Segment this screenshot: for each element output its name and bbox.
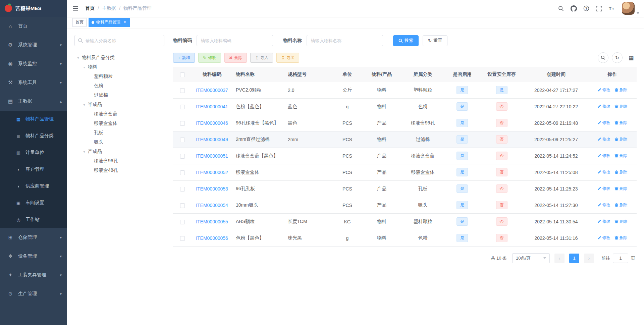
- sidebar-item-customer-management[interactable]: ◗客户管理: [0, 161, 67, 178]
- page-size-select[interactable]: 10条/页: [512, 253, 550, 263]
- tree-node[interactable]: 移液盒48孔: [74, 166, 164, 175]
- tree-node[interactable]: 孔板: [74, 128, 164, 138]
- prev-page-button[interactable]: ‹: [554, 254, 565, 263]
- delete-link[interactable]: 删除: [614, 153, 628, 159]
- sidebar-item-system-tools[interactable]: ⚒系统工具▾: [0, 73, 67, 92]
- row-checkbox[interactable]: [180, 88, 185, 93]
- row-checkbox[interactable]: [180, 121, 185, 126]
- goto-page-input[interactable]: [613, 254, 628, 263]
- tree-node[interactable]: 移液盒盒盖: [74, 109, 164, 119]
- tag-material-product-management[interactable]: 物料产品管理×: [89, 18, 130, 27]
- select-all-checkbox[interactable]: [173, 67, 192, 82]
- checkbox[interactable]: [180, 72, 185, 77]
- delete-link[interactable]: 删除: [614, 104, 628, 109]
- sidebar-item-supplier-management[interactable]: ◖供应商管理: [0, 178, 67, 195]
- edit-link[interactable]: 修改: [597, 219, 610, 224]
- edit-link[interactable]: 修改: [597, 104, 610, 109]
- tag-home[interactable]: 首页: [72, 18, 87, 27]
- breadcrumb-item[interactable]: 首页: [85, 5, 95, 11]
- delete-button[interactable]: ✖ 删除: [224, 53, 247, 63]
- tree-node[interactable]: ▾半成品: [74, 100, 164, 109]
- delete-link[interactable]: 删除: [614, 137, 628, 142]
- delete-link[interactable]: 删除: [614, 186, 628, 192]
- material-name-input[interactable]: [307, 35, 383, 46]
- edit-button[interactable]: ✎ 修改: [198, 53, 221, 63]
- edit-link[interactable]: 修改: [597, 137, 610, 142]
- close-icon[interactable]: ×: [122, 20, 127, 25]
- edit-link[interactable]: 修改: [597, 186, 610, 192]
- help-icon[interactable]: ?: [580, 0, 592, 17]
- item-code-link[interactable]: ITEM00000037: [196, 88, 228, 93]
- item-code-link[interactable]: ITEM00000056: [196, 235, 228, 241]
- delete-link[interactable]: 删除: [614, 87, 628, 93]
- sidebar-item-material-product-management[interactable]: ▦物料产品管理: [0, 111, 67, 127]
- reset-button[interactable]: ↻ 重置: [423, 35, 447, 46]
- search-icon[interactable]: [555, 0, 567, 17]
- item-code-link[interactable]: ITEM00000051: [196, 153, 228, 159]
- sidebar-item-measurement-unit[interactable]: ▥计量单位: [0, 144, 67, 161]
- category-search-input[interactable]: [74, 35, 164, 46]
- item-code-link[interactable]: ITEM00000055: [196, 219, 228, 224]
- sidebar-item-workstation[interactable]: ◎工作站: [0, 211, 67, 228]
- row-checkbox[interactable]: [180, 105, 185, 109]
- row-checkbox[interactable]: [180, 154, 185, 159]
- sidebar-item-master-data[interactable]: ▤主数据▴: [0, 92, 67, 111]
- page-number-button[interactable]: 1: [569, 254, 579, 263]
- edit-link[interactable]: 修改: [597, 202, 610, 208]
- delete-link[interactable]: 删除: [614, 169, 628, 175]
- refresh-table-icon[interactable]: ↻: [612, 52, 623, 63]
- delete-link[interactable]: 删除: [614, 120, 628, 126]
- row-checkbox[interactable]: [180, 220, 185, 224]
- edit-link[interactable]: 修改: [597, 169, 610, 175]
- row-checkbox[interactable]: [180, 236, 185, 241]
- hamburger-icon[interactable]: [67, 0, 84, 17]
- export-button[interactable]: ↧ 导出: [276, 53, 299, 63]
- github-icon[interactable]: [568, 0, 580, 17]
- sidebar-item-equipment-management[interactable]: ❖设备管理▾: [0, 247, 67, 266]
- item-code-link[interactable]: ITEM00000054: [196, 203, 228, 208]
- sidebar-item-workshop-settings[interactable]: ▣车间设置: [0, 195, 67, 211]
- tree-node[interactable]: 移液盒盒体: [74, 119, 164, 128]
- row-checkbox[interactable]: [180, 138, 185, 142]
- font-size-icon[interactable]: TT: [606, 0, 618, 17]
- delete-link[interactable]: 删除: [614, 235, 628, 241]
- tree-node[interactable]: 移液盒96孔: [74, 156, 164, 166]
- tree-node[interactable]: 色粉: [74, 81, 164, 91]
- edit-link[interactable]: 修改: [597, 153, 610, 159]
- item-code-link[interactable]: ITEM00000052: [196, 170, 228, 175]
- tree-node[interactable]: ▾产成品: [74, 147, 164, 156]
- item-code-link[interactable]: ITEM00000041: [196, 104, 228, 109]
- edit-link[interactable]: 修改: [597, 120, 610, 126]
- sidebar-item-system-management[interactable]: ⚙系统管理▾: [0, 36, 67, 54]
- sidebar-item-warehouse-management[interactable]: ⊞仓储管理▾: [0, 228, 67, 247]
- search-button[interactable]: 搜索: [393, 35, 419, 46]
- column-settings-icon[interactable]: ▦: [626, 52, 637, 63]
- material-code-input[interactable]: [197, 35, 273, 46]
- tree-node[interactable]: 吸头: [74, 138, 164, 147]
- tree-node[interactable]: ▾物料及产品分类: [74, 53, 164, 62]
- sidebar-item-system-monitor[interactable]: ◉系统监控▾: [0, 54, 67, 73]
- avatar[interactable]: [622, 2, 635, 15]
- row-checkbox[interactable]: [180, 203, 185, 208]
- item-code-link[interactable]: ITEM00000046: [196, 120, 228, 126]
- sidebar-item-material-product-category[interactable]: ≣物料产品分类: [0, 127, 67, 144]
- fullscreen-icon[interactable]: [593, 0, 605, 17]
- delete-link[interactable]: 删除: [614, 202, 628, 208]
- edit-link[interactable]: 修改: [597, 235, 610, 241]
- item-code-link[interactable]: ITEM00000049: [196, 137, 228, 142]
- toggle-search-icon[interactable]: [598, 52, 608, 63]
- caret-down-icon[interactable]: [637, 12, 639, 14]
- sidebar-item-production-management[interactable]: ⊙生产管理▾: [0, 284, 67, 303]
- delete-link[interactable]: 删除: [614, 219, 628, 224]
- next-page-button[interactable]: ›: [584, 254, 594, 263]
- row-checkbox[interactable]: [180, 187, 185, 192]
- import-button[interactable]: ↥ 导入: [250, 53, 273, 63]
- tree-node[interactable]: ▾物料: [74, 62, 164, 72]
- sidebar-item-home[interactable]: ⌂首页: [0, 17, 67, 36]
- sidebar-item-tooling-fixture-management[interactable]: ✦工装夹具管理▾: [0, 266, 67, 284]
- add-button[interactable]: + 新增: [173, 53, 195, 63]
- row-checkbox[interactable]: [180, 170, 185, 175]
- tree-node[interactable]: 塑料颗粒: [74, 72, 164, 81]
- tree-node[interactable]: 过滤棉: [74, 91, 164, 100]
- item-code-link[interactable]: ITEM00000053: [196, 186, 228, 192]
